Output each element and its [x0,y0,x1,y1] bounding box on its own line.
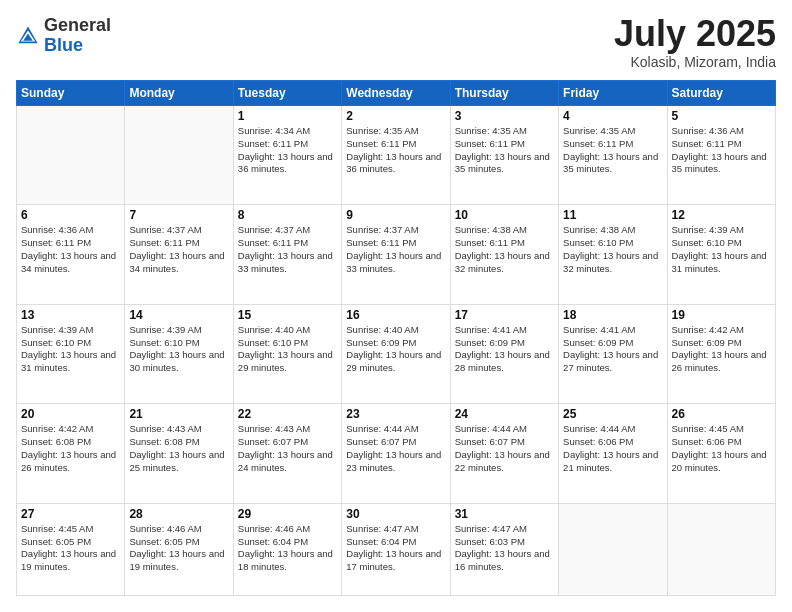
day-cell: 29Sunrise: 4:46 AM Sunset: 6:04 PM Dayli… [233,503,341,595]
day-info: Sunrise: 4:46 AM Sunset: 6:05 PM Dayligh… [129,523,228,574]
day-number: 29 [238,507,337,521]
week-row-1: 6Sunrise: 4:36 AM Sunset: 6:11 PM Daylig… [17,205,776,304]
day-number: 6 [21,208,120,222]
day-number: 18 [563,308,662,322]
day-cell: 14Sunrise: 4:39 AM Sunset: 6:10 PM Dayli… [125,304,233,403]
calendar-table: Sunday Monday Tuesday Wednesday Thursday… [16,80,776,596]
day-cell: 25Sunrise: 4:44 AM Sunset: 6:06 PM Dayli… [559,404,667,503]
week-row-3: 20Sunrise: 4:42 AM Sunset: 6:08 PM Dayli… [17,404,776,503]
logo-blue: Blue [44,35,83,55]
day-info: Sunrise: 4:37 AM Sunset: 6:11 PM Dayligh… [238,224,337,275]
day-info: Sunrise: 4:46 AM Sunset: 6:04 PM Dayligh… [238,523,337,574]
day-cell: 1Sunrise: 4:34 AM Sunset: 6:11 PM Daylig… [233,106,341,205]
day-info: Sunrise: 4:42 AM Sunset: 6:09 PM Dayligh… [672,324,771,375]
day-info: Sunrise: 4:37 AM Sunset: 6:11 PM Dayligh… [129,224,228,275]
page: General Blue July 2025 Kolasib, Mizoram,… [0,0,792,612]
day-number: 16 [346,308,445,322]
day-number: 12 [672,208,771,222]
day-info: Sunrise: 4:38 AM Sunset: 6:10 PM Dayligh… [563,224,662,275]
day-number: 25 [563,407,662,421]
day-number: 14 [129,308,228,322]
day-info: Sunrise: 4:44 AM Sunset: 6:07 PM Dayligh… [455,423,554,474]
day-cell: 26Sunrise: 4:45 AM Sunset: 6:06 PM Dayli… [667,404,775,503]
day-info: Sunrise: 4:39 AM Sunset: 6:10 PM Dayligh… [21,324,120,375]
day-number: 7 [129,208,228,222]
day-number: 26 [672,407,771,421]
day-number: 23 [346,407,445,421]
week-row-2: 13Sunrise: 4:39 AM Sunset: 6:10 PM Dayli… [17,304,776,403]
month-year: July 2025 [614,16,776,52]
day-number: 20 [21,407,120,421]
day-info: Sunrise: 4:34 AM Sunset: 6:11 PM Dayligh… [238,125,337,176]
day-info: Sunrise: 4:44 AM Sunset: 6:07 PM Dayligh… [346,423,445,474]
day-cell: 10Sunrise: 4:38 AM Sunset: 6:11 PM Dayli… [450,205,558,304]
day-info: Sunrise: 4:44 AM Sunset: 6:06 PM Dayligh… [563,423,662,474]
day-info: Sunrise: 4:35 AM Sunset: 6:11 PM Dayligh… [346,125,445,176]
col-thursday: Thursday [450,81,558,106]
day-cell: 3Sunrise: 4:35 AM Sunset: 6:11 PM Daylig… [450,106,558,205]
day-number: 9 [346,208,445,222]
day-info: Sunrise: 4:42 AM Sunset: 6:08 PM Dayligh… [21,423,120,474]
day-number: 31 [455,507,554,521]
day-info: Sunrise: 4:47 AM Sunset: 6:03 PM Dayligh… [455,523,554,574]
day-number: 22 [238,407,337,421]
day-number: 24 [455,407,554,421]
day-cell: 2Sunrise: 4:35 AM Sunset: 6:11 PM Daylig… [342,106,450,205]
day-cell: 27Sunrise: 4:45 AM Sunset: 6:05 PM Dayli… [17,503,125,595]
day-info: Sunrise: 4:47 AM Sunset: 6:04 PM Dayligh… [346,523,445,574]
day-cell: 6Sunrise: 4:36 AM Sunset: 6:11 PM Daylig… [17,205,125,304]
day-cell: 5Sunrise: 4:36 AM Sunset: 6:11 PM Daylig… [667,106,775,205]
day-number: 5 [672,109,771,123]
location: Kolasib, Mizoram, India [614,54,776,70]
day-number: 10 [455,208,554,222]
day-number: 8 [238,208,337,222]
logo: General Blue [16,16,111,56]
day-number: 4 [563,109,662,123]
day-cell [125,106,233,205]
col-monday: Monday [125,81,233,106]
day-info: Sunrise: 4:36 AM Sunset: 6:11 PM Dayligh… [21,224,120,275]
day-info: Sunrise: 4:43 AM Sunset: 6:08 PM Dayligh… [129,423,228,474]
day-number: 27 [21,507,120,521]
day-cell: 18Sunrise: 4:41 AM Sunset: 6:09 PM Dayli… [559,304,667,403]
day-number: 19 [672,308,771,322]
day-info: Sunrise: 4:40 AM Sunset: 6:09 PM Dayligh… [346,324,445,375]
day-cell: 7Sunrise: 4:37 AM Sunset: 6:11 PM Daylig… [125,205,233,304]
day-info: Sunrise: 4:37 AM Sunset: 6:11 PM Dayligh… [346,224,445,275]
header-row: Sunday Monday Tuesday Wednesday Thursday… [17,81,776,106]
day-cell: 22Sunrise: 4:43 AM Sunset: 6:07 PM Dayli… [233,404,341,503]
day-cell: 13Sunrise: 4:39 AM Sunset: 6:10 PM Dayli… [17,304,125,403]
day-cell: 9Sunrise: 4:37 AM Sunset: 6:11 PM Daylig… [342,205,450,304]
day-info: Sunrise: 4:36 AM Sunset: 6:11 PM Dayligh… [672,125,771,176]
day-info: Sunrise: 4:41 AM Sunset: 6:09 PM Dayligh… [563,324,662,375]
day-cell: 30Sunrise: 4:47 AM Sunset: 6:04 PM Dayli… [342,503,450,595]
day-number: 15 [238,308,337,322]
col-sunday: Sunday [17,81,125,106]
week-row-0: 1Sunrise: 4:34 AM Sunset: 6:11 PM Daylig… [17,106,776,205]
col-wednesday: Wednesday [342,81,450,106]
day-cell: 23Sunrise: 4:44 AM Sunset: 6:07 PM Dayli… [342,404,450,503]
logo-text: General Blue [44,16,111,56]
day-cell: 11Sunrise: 4:38 AM Sunset: 6:10 PM Dayli… [559,205,667,304]
day-number: 3 [455,109,554,123]
day-info: Sunrise: 4:40 AM Sunset: 6:10 PM Dayligh… [238,324,337,375]
day-cell: 21Sunrise: 4:43 AM Sunset: 6:08 PM Dayli… [125,404,233,503]
day-cell [559,503,667,595]
day-info: Sunrise: 4:35 AM Sunset: 6:11 PM Dayligh… [455,125,554,176]
day-number: 30 [346,507,445,521]
day-number: 1 [238,109,337,123]
day-info: Sunrise: 4:39 AM Sunset: 6:10 PM Dayligh… [672,224,771,275]
title-block: July 2025 Kolasib, Mizoram, India [614,16,776,70]
day-cell: 15Sunrise: 4:40 AM Sunset: 6:10 PM Dayli… [233,304,341,403]
day-cell [17,106,125,205]
day-cell: 20Sunrise: 4:42 AM Sunset: 6:08 PM Dayli… [17,404,125,503]
day-number: 13 [21,308,120,322]
day-info: Sunrise: 4:35 AM Sunset: 6:11 PM Dayligh… [563,125,662,176]
day-info: Sunrise: 4:43 AM Sunset: 6:07 PM Dayligh… [238,423,337,474]
day-info: Sunrise: 4:39 AM Sunset: 6:10 PM Dayligh… [129,324,228,375]
day-number: 28 [129,507,228,521]
day-cell: 17Sunrise: 4:41 AM Sunset: 6:09 PM Dayli… [450,304,558,403]
day-cell: 31Sunrise: 4:47 AM Sunset: 6:03 PM Dayli… [450,503,558,595]
col-friday: Friday [559,81,667,106]
day-cell: 4Sunrise: 4:35 AM Sunset: 6:11 PM Daylig… [559,106,667,205]
